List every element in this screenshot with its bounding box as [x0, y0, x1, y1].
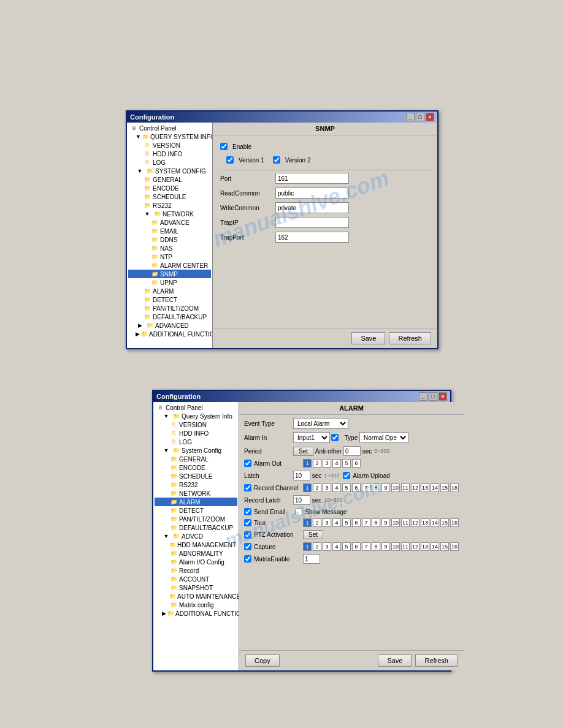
tree-email-1[interactable]: 📁 EMAIL — [128, 227, 211, 235]
rec-ch12[interactable]: 12 — [411, 483, 419, 492]
tree-ptz-1[interactable]: 📁 PAN/TILT/ZOOM — [128, 304, 211, 313]
cap-ch9[interactable]: 9 — [381, 542, 390, 551]
matrix-enable-checkbox[interactable] — [244, 555, 251, 563]
tree-alarm-center-1[interactable]: 📁 ALARM CENTER — [128, 261, 211, 270]
tree2-abnormality[interactable]: 📁 ABNORMALITY — [155, 549, 237, 558]
tour-checkbox[interactable] — [244, 519, 251, 526]
rec-ch11[interactable]: 11 — [401, 483, 410, 492]
alarm-out-ch5[interactable]: 5 — [342, 459, 351, 468]
tree2-control-panel[interactable]: 🖥 Control Panel — [155, 403, 237, 412]
tour-ch13[interactable]: 13 — [421, 518, 429, 527]
show-message-checkbox[interactable] — [295, 508, 302, 515]
rec-ch3[interactable]: 3 — [323, 483, 331, 492]
tree-control-panel[interactable]: 🖥 Control Panel — [128, 124, 211, 132]
close-button-1[interactable]: × — [426, 113, 434, 121]
alarm-out-ch6[interactable]: 6 — [352, 459, 361, 468]
tree-hdd-info-1[interactable]: 🖹 HDD INFO — [128, 150, 211, 158]
tree-schedule-1[interactable]: 📁 SCHEDULE — [128, 192, 211, 201]
ptz-set-button[interactable]: Set — [303, 530, 323, 539]
cap-ch14[interactable]: 14 — [431, 542, 439, 551]
cap-ch8[interactable]: 8 — [372, 542, 380, 551]
send-email-checkbox[interactable] — [244, 508, 251, 515]
cap-ch16[interactable]: 16 — [450, 542, 459, 551]
tree2-auto-maintenance[interactable]: 📁 AUTO MAINTENANCE — [155, 592, 237, 601]
tree-ddns-1[interactable]: 📁 DDNS — [128, 235, 211, 244]
tour-ch2[interactable]: 2 — [313, 518, 321, 527]
tour-ch6[interactable]: 6 — [352, 518, 361, 527]
ptz-activation-checkbox[interactable] — [244, 531, 251, 539]
alarm-in-select[interactable]: Input1 — [293, 432, 330, 443]
cap-ch7[interactable]: 7 — [362, 542, 370, 551]
enable-checkbox[interactable] — [220, 143, 228, 150]
write-common-input[interactable] — [275, 202, 349, 213]
tour-ch12[interactable]: 12 — [411, 518, 419, 527]
tree-alarm-1[interactable]: 📁 ALARM — [128, 287, 211, 295]
tree2-alarm[interactable]: 📁 ALARM — [155, 498, 237, 506]
rec-ch4[interactable]: 4 — [332, 483, 341, 492]
cap-ch12[interactable]: 12 — [411, 542, 419, 551]
tree2-snapshot[interactable]: 📁 SNAPSHOT — [155, 583, 237, 592]
copy-button-2[interactable]: Copy — [245, 654, 280, 667]
cap-ch4[interactable]: 4 — [332, 542, 341, 551]
alarm-upload-checkbox[interactable] — [343, 472, 350, 479]
cap-ch6[interactable]: 6 — [352, 542, 361, 551]
tour-ch7[interactable]: 7 — [362, 518, 370, 527]
tree2-account[interactable]: 📁 ACCOUNT — [155, 575, 237, 583]
rec-ch8[interactable]: 8 — [372, 483, 380, 492]
tree2-ptz[interactable]: 📁 PAN/TILT/ZOOM — [155, 515, 237, 523]
antiother-input[interactable] — [343, 446, 361, 456]
tree-nas-1[interactable]: 📁 NAS — [128, 244, 211, 252]
cap-ch2[interactable]: 2 — [313, 542, 321, 551]
tree-additional-1[interactable]: ▶ 📁 ADDITIONAL FUNCTION — [128, 330, 211, 338]
tour-ch4[interactable]: 4 — [332, 518, 341, 527]
rec-ch7[interactable]: 7 — [362, 483, 370, 492]
latch-input[interactable] — [293, 471, 310, 480]
rec-ch5[interactable]: 5 — [342, 483, 351, 492]
rec-ch6[interactable]: 6 — [352, 483, 361, 492]
period-set-button[interactable]: Set — [293, 447, 313, 456]
tree-advance-1[interactable]: 📁 ADVANCE — [128, 218, 211, 227]
alarm-in-checkbox[interactable] — [331, 434, 339, 441]
save-button-2[interactable]: Save — [378, 654, 412, 667]
tree2-hdd-mgmt[interactable]: 📁 HDD MANAGEMENT — [155, 540, 237, 549]
cap-ch3[interactable]: 3 — [323, 542, 331, 551]
tree-upnp-1[interactable]: 📁 UPNP — [128, 278, 211, 287]
version2-checkbox[interactable] — [273, 156, 280, 164]
event-type-select[interactable]: Local Alarm — [293, 418, 348, 429]
cap-ch13[interactable]: 13 — [421, 542, 429, 551]
tree2-encode[interactable]: 📁 ENCODE — [155, 463, 237, 472]
rec-ch16[interactable]: 16 — [450, 483, 459, 492]
refresh-button-2[interactable]: Refresh — [415, 654, 458, 667]
tour-ch11[interactable]: 11 — [401, 518, 410, 527]
tree-detect-1[interactable]: 📁 DETECT — [128, 295, 211, 304]
close-button-2[interactable]: × — [439, 392, 447, 401]
tree2-system-config[interactable]: ▼ 📁 System Config — [155, 446, 237, 455]
tour-ch14[interactable]: 14 — [431, 518, 439, 527]
tree-rs232-1[interactable]: 📁 RS232 — [128, 201, 211, 210]
capture-checkbox[interactable] — [244, 543, 251, 550]
rec-ch9[interactable]: 9 — [381, 483, 390, 492]
tour-ch3[interactable]: 3 — [323, 518, 331, 527]
read-common-input[interactable] — [275, 188, 349, 199]
port-input[interactable] — [275, 173, 349, 184]
tree2-log[interactable]: 🖹 LOG — [155, 438, 237, 446]
tour-ch1[interactable]: 1 — [303, 518, 312, 527]
record-latch-input[interactable] — [293, 495, 310, 505]
tour-ch9[interactable]: 9 — [381, 518, 390, 527]
cap-ch10[interactable]: 10 — [391, 542, 400, 551]
cap-ch15[interactable]: 15 — [440, 542, 449, 551]
matrix-enable-input[interactable] — [303, 554, 320, 564]
tree2-general[interactable]: 📁 GENERAL — [155, 455, 237, 463]
tree-advanced-1[interactable]: ▶ 📁 ADVANCED — [128, 321, 211, 330]
rec-ch14[interactable]: 14 — [431, 483, 439, 492]
tree-encode-1[interactable]: 📁 ENCODE — [128, 184, 211, 192]
tour-ch5[interactable]: 5 — [342, 518, 351, 527]
save-button-1[interactable]: Save — [351, 332, 385, 344]
tree2-schedule[interactable]: 📁 SCHEDULE — [155, 472, 237, 480]
tour-ch15[interactable]: 15 — [440, 518, 449, 527]
alarm-out-ch4[interactable]: 4 — [332, 459, 341, 468]
tree-query-system-info[interactable]: ▼ 📁 QUERY SYSTEM INFO — [128, 132, 211, 141]
tree2-detect[interactable]: 📁 DETECT — [155, 506, 237, 515]
tree-network-1[interactable]: ▼ 📁 NETWORK — [128, 210, 211, 218]
alarm-out-checkbox[interactable] — [244, 460, 251, 467]
